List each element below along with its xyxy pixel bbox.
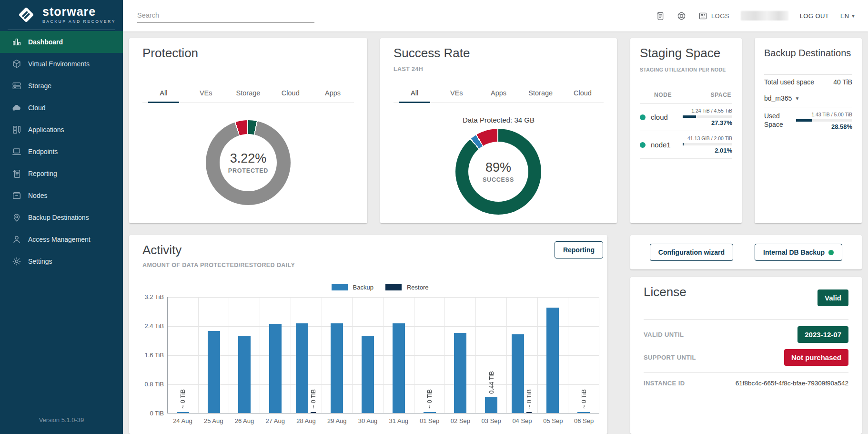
y-axis-tick-label: 2.4 TiB	[131, 322, 164, 330]
sidebar-item-label: Virtual Environments	[28, 60, 90, 68]
staging-subtitle: STAGING UTILIZATION PER NODE	[640, 67, 726, 72]
staging-row-cloud[interactable]: cloud1.24 TiB / 4.55 TiB27.37%	[640, 103, 732, 131]
reporting-icon	[11, 168, 22, 179]
success-tab-ves[interactable]: VEs	[435, 85, 477, 103]
backup-bar[interactable]	[269, 324, 282, 413]
success-tab-apps[interactable]: Apps	[477, 85, 519, 103]
configuration-wizard-button[interactable]: Configuration wizard	[650, 244, 733, 261]
restore-bar[interactable]	[526, 412, 532, 413]
y-axis-tick-label: 0 TiB	[131, 410, 164, 417]
x-axis-label: 05 Sep	[537, 417, 568, 424]
logout-button[interactable]: LOG OUT	[800, 12, 829, 20]
bar-wrap	[331, 297, 343, 413]
destination-selected: bd_m365	[764, 94, 792, 102]
backup-bar[interactable]	[454, 333, 466, 413]
sidebar-item-applications[interactable]: Applications	[0, 119, 123, 141]
sidebar-item-virtual-environments[interactable]: Virtual Environments	[0, 53, 123, 75]
virtual-environments-icon	[11, 59, 22, 69]
sidebar-item-settings[interactable]: Settings	[0, 250, 123, 272]
protection-percent: 3.22%	[230, 151, 267, 166]
brand-logo[interactable]: storware BACKUP AND RECOVERY	[0, 0, 123, 30]
usage-bar-fill	[683, 143, 684, 145]
activity-subtitle: AMOUNT OF DATA PROTECTED/RESTORED DAILY	[142, 262, 295, 269]
protection-donut-chart: 3.22% PROTECTED	[206, 120, 291, 205]
protection-tab-cloud[interactable]: Cloud	[269, 85, 312, 103]
backup-bar[interactable]	[177, 412, 189, 413]
staging-rows: cloud1.24 TiB / 4.55 TiB27.37%node141.13…	[640, 103, 732, 159]
bar-group-31-aug	[384, 297, 414, 413]
bar-value-label: ~ 0 TiB	[310, 389, 317, 409]
legend-label: Restore	[407, 284, 429, 291]
sidebar-item-endpoints[interactable]: Endpoints	[0, 141, 123, 163]
usage-bar-track	[683, 115, 732, 118]
sidebar-item-backup-destinations[interactable]: Backup Destinations	[0, 207, 123, 228]
protection-tab-all[interactable]: All	[142, 85, 185, 103]
success-percent: 89%	[485, 160, 511, 175]
audit-log-icon[interactable]	[655, 11, 665, 21]
y-axis-tick-label: 1.6 TiB	[131, 351, 164, 359]
sidebar-menu: DashboardVirtual EnvironmentsStorageClou…	[0, 31, 123, 272]
bar-group-06-sep: ~ 0 TiB	[568, 297, 599, 413]
bar-wrap	[546, 297, 559, 413]
sidebar-item-nodes[interactable]: Nodes	[0, 185, 123, 207]
backup-bar[interactable]	[362, 336, 374, 413]
sidebar-item-label: Nodes	[28, 192, 47, 199]
staging-row-node1[interactable]: node141.13 GiB / 2.00 TiB2.01%	[640, 131, 732, 159]
reporting-button[interactable]: Reporting	[555, 241, 603, 258]
backup-bar[interactable]	[238, 336, 251, 413]
bar-wrap: ~ 0 TiB	[577, 297, 590, 413]
legend-swatch-restore	[385, 284, 402, 290]
internal-db-backup-button[interactable]: Internal DB Backup	[755, 244, 842, 261]
success-tab-cloud[interactable]: Cloud	[562, 85, 604, 103]
usage-bar-fill	[683, 115, 696, 118]
backup-bar[interactable]	[208, 331, 220, 413]
backup-bar[interactable]	[424, 412, 436, 413]
x-axis-label: 27 Aug	[260, 417, 291, 424]
sidebar-item-label: Applications	[28, 126, 64, 134]
staging-col-space: SPACE	[711, 92, 731, 98]
applications-icon	[11, 124, 22, 135]
brand-text: storware BACKUP AND RECOVERY	[42, 6, 116, 24]
success-donut-center: 89% SUCCESS	[468, 142, 528, 202]
search-input[interactable]	[137, 8, 314, 23]
success-rate-subtitle: LAST 24H	[394, 66, 423, 72]
sidebar-item-access-management[interactable]: Access Management	[0, 228, 123, 250]
backup-bar[interactable]	[577, 412, 590, 413]
storage-icon	[11, 81, 22, 91]
sidebar-item-storage[interactable]: Storage	[0, 75, 123, 97]
topbar-actions: LOGS LOG OUT EN ▼	[655, 0, 856, 31]
success-tab-all[interactable]: All	[394, 85, 435, 103]
license-row-label: VALID UNTIL	[644, 331, 684, 338]
x-axis-label: 01 Sep	[414, 417, 445, 424]
backup-bar[interactable]	[393, 323, 405, 413]
success-tab-storage[interactable]: Storage	[520, 85, 562, 103]
destination-dropdown[interactable]: bd_m365 ▼	[764, 94, 799, 102]
backup-bar[interactable]	[546, 308, 559, 413]
nodes-icon	[11, 190, 22, 201]
backup-bar[interactable]	[296, 323, 308, 413]
x-axis-label: 31 Aug	[383, 417, 414, 424]
y-axis-tick-label: 3.2 TiB	[131, 293, 164, 300]
bar-group-24-aug: ~ 0 TiB	[168, 297, 199, 413]
protection-tab-apps[interactable]: Apps	[312, 85, 354, 103]
sidebar-item-reporting[interactable]: Reporting	[0, 163, 123, 185]
restore-bar[interactable]	[311, 412, 316, 413]
status-dot-icon	[828, 250, 834, 255]
language-dropdown[interactable]: EN ▼	[840, 12, 856, 20]
backup-bar[interactable]	[331, 323, 343, 413]
internal-db-backup-label: Internal DB Backup	[763, 248, 825, 256]
x-axis-label: 06 Sep	[568, 417, 599, 424]
help-icon[interactable]	[676, 11, 686, 21]
license-rows: VALID UNTIL2023-12-07SUPPORT UNTILNot pu…	[644, 323, 848, 393]
logs-button[interactable]: LOGS	[698, 11, 729, 21]
bar-wrap: ~ 0 TiB	[177, 297, 189, 413]
protection-tab-ves[interactable]: VEs	[185, 85, 227, 103]
protection-tab-storage[interactable]: Storage	[227, 85, 270, 103]
bar-value-label: 0.44 TiB	[488, 371, 495, 394]
backup-bar[interactable]	[512, 334, 524, 413]
bar-wrap	[269, 297, 282, 413]
x-axis-label: 04 Sep	[507, 417, 538, 424]
backup-bar[interactable]	[485, 397, 497, 413]
sidebar-item-cloud[interactable]: Cloud	[0, 97, 123, 119]
sidebar-item-dashboard[interactable]: Dashboard	[0, 31, 123, 53]
